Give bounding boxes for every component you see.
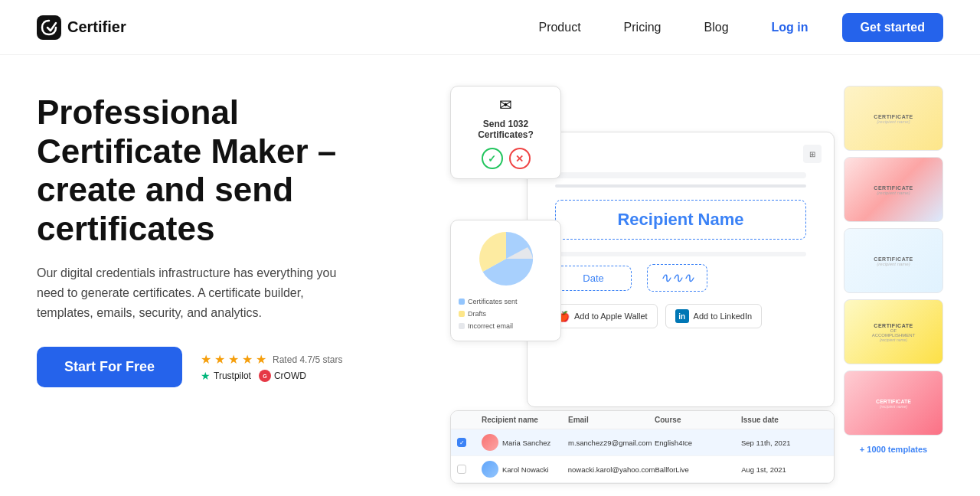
template1-recipient: {recipient name} bbox=[874, 119, 913, 123]
row2-date: Aug 1st, 2021 bbox=[741, 465, 828, 474]
start-for-free-button[interactable]: Start For Free bbox=[37, 347, 182, 387]
row1-course: English4Ice bbox=[655, 439, 741, 447]
stars-row: ★ ★ ★ ★ ★ Rated 4.7/5 stars bbox=[201, 352, 342, 367]
templates-count-label[interactable]: + 1000 templates bbox=[844, 442, 943, 457]
svg-rect-0 bbox=[37, 15, 61, 40]
row2-name-cell: Karol Nowacki bbox=[482, 461, 568, 478]
table-row[interactable]: ✓ Maria Sanchez m.sanchez29@gmail.com En… bbox=[451, 429, 834, 456]
navbar: Certifier Product Pricing Blog Log in Ge… bbox=[0, 0, 980, 55]
row2-course: BallforLive bbox=[655, 465, 741, 474]
linkedin-label: Add to LinkedIn bbox=[694, 312, 752, 321]
template1-title: Certificate bbox=[874, 113, 913, 119]
table-row[interactable]: Karol Nowacki nowacki.karol@yahoo.com Ba… bbox=[451, 456, 834, 483]
row1-checkbox[interactable]: ✓ bbox=[457, 438, 482, 447]
recipient-name-field[interactable]: Recipient Name bbox=[555, 200, 806, 240]
sent-dot bbox=[459, 299, 465, 305]
grid-icon[interactable]: ⊞ bbox=[803, 145, 822, 163]
template-card-2[interactable]: Certificate {recipient name} bbox=[844, 157, 943, 222]
nav-pricing[interactable]: Pricing bbox=[603, 15, 683, 41]
crowd-badge: G CrOWD bbox=[259, 370, 306, 382]
crowd-icon: G bbox=[259, 370, 271, 382]
legend-drafts: Drafts bbox=[459, 308, 553, 320]
template3-title: Certificate bbox=[874, 256, 913, 261]
star-2: ★ bbox=[214, 352, 225, 367]
star-5: ★ bbox=[256, 352, 266, 367]
incorrect-dot bbox=[459, 323, 465, 329]
template2-title: Certificate bbox=[874, 184, 913, 190]
template5-title: CERTIFICATE bbox=[876, 398, 911, 403]
nav-blog[interactable]: Blog bbox=[683, 15, 750, 41]
pie-widget: Certificates sent Drafts Incorrect email bbox=[450, 220, 561, 341]
trust-block: ★ ★ ★ ★ ★ Rated 4.7/5 stars ★ Trustpilot bbox=[201, 352, 342, 382]
cert-editor: ⊞ Recipient Name Date ∿∿∿ 🍎 Add to Apple… bbox=[527, 132, 835, 407]
template5-recipient: {recipient name} bbox=[876, 403, 911, 408]
template2-recipient: {recipient name} bbox=[874, 190, 913, 194]
confirm-button[interactable]: ✓ bbox=[482, 148, 503, 169]
send-dialog-text: Send 1032Certificates? bbox=[460, 119, 551, 140]
hero-right: ✉ Send 1032Certificates? ✓ ✕ ⊞ Recipient… bbox=[435, 86, 943, 484]
sent-label: Certificates sent bbox=[468, 295, 518, 308]
logo-text: Certifier bbox=[67, 18, 126, 36]
row2-name: Karol Nowacki bbox=[502, 465, 549, 474]
avatar-2 bbox=[482, 461, 498, 478]
linkedin-icon: in bbox=[675, 309, 689, 323]
trustpilot-icon: ★ bbox=[201, 370, 211, 382]
send-dialog: ✉ Send 1032Certificates? ✓ ✕ bbox=[450, 86, 561, 179]
logo[interactable]: Certifier bbox=[37, 15, 126, 40]
cta-row: Start For Free ★ ★ ★ ★ ★ Rated 4.7/5 sta… bbox=[37, 347, 404, 387]
star-3: ★ bbox=[228, 352, 239, 367]
nav-links: Product Pricing Blog Log in Get started bbox=[517, 13, 943, 42]
template-card-5[interactable]: CERTIFICATE {recipient name} bbox=[844, 370, 943, 436]
table-col-course: Course bbox=[655, 416, 741, 424]
legend-sent: Certificates sent bbox=[459, 295, 553, 308]
avatar-1 bbox=[482, 434, 498, 451]
table-col-checkbox bbox=[457, 416, 482, 424]
date-field[interactable]: Date bbox=[555, 266, 632, 291]
table-header: Recipient name Email Course Issue date bbox=[451, 411, 834, 429]
template4-title: CERTIFICATE bbox=[869, 322, 918, 328]
row1-date: Sep 11th, 2021 bbox=[741, 439, 828, 447]
star-1: ★ bbox=[201, 352, 211, 367]
get-started-button[interactable]: Get started bbox=[842, 13, 943, 42]
star-4: ★ bbox=[242, 352, 253, 367]
svg-text:G: G bbox=[263, 374, 267, 379]
table-col-name: Recipient name bbox=[482, 416, 568, 424]
template-card-3[interactable]: Certificate {recipient name} bbox=[844, 228, 943, 293]
drafts-dot bbox=[459, 311, 465, 317]
drafts-label: Drafts bbox=[468, 308, 486, 320]
template4-sub: OF ACCOMPLISHMENT bbox=[869, 328, 918, 337]
linkedin-button[interactable]: in Add to LinkedIn bbox=[665, 304, 762, 328]
rating-text: Rated 4.7/5 stars bbox=[273, 354, 342, 365]
cancel-send-button[interactable]: ✕ bbox=[509, 148, 531, 169]
template4-recipient: {recipient name} bbox=[869, 337, 918, 341]
incorrect-label: Incorrect email bbox=[468, 320, 513, 332]
row1-name: Maria Sanchez bbox=[502, 439, 550, 447]
apple-wallet-label: Add to Apple Wallet bbox=[574, 312, 648, 321]
cert-editor-toolbar: ⊞ bbox=[540, 145, 822, 163]
table-col-date: Issue date bbox=[741, 416, 828, 424]
cert-action-buttons: 🍎 Add to Apple Wallet in Add to LinkedIn bbox=[547, 304, 822, 328]
row1-email: m.sanchez29@gmail.com bbox=[568, 439, 655, 447]
template-card-4[interactable]: CERTIFICATE OF ACCOMPLISHMENT {recipient… bbox=[844, 299, 943, 364]
hero-section: Professional Certificate Maker – create … bbox=[0, 55, 980, 496]
row1-name-cell: Maria Sanchez bbox=[482, 434, 568, 451]
template-card-1[interactable]: Certificate {recipient name} bbox=[844, 86, 943, 151]
row2-checkbox[interactable] bbox=[457, 465, 482, 474]
nav-product[interactable]: Product bbox=[517, 15, 602, 41]
hero-title: Professional Certificate Maker – create … bbox=[37, 93, 404, 248]
send-dialog-buttons: ✓ ✕ bbox=[460, 148, 551, 169]
table-col-email: Email bbox=[568, 416, 655, 424]
template3-recipient: {recipient name} bbox=[874, 261, 913, 266]
apple-wallet-button[interactable]: 🍎 Add to Apple Wallet bbox=[547, 304, 658, 328]
ui-main: ✉ Send 1032Certificates? ✓ ✕ ⊞ Recipient… bbox=[435, 86, 835, 484]
nav-login[interactable]: Log in bbox=[750, 15, 830, 41]
crowd-label: CrOWD bbox=[274, 370, 306, 381]
pie-legend: Certificates sent Drafts Incorrect email bbox=[459, 295, 553, 333]
cert-bar-1 bbox=[555, 172, 806, 178]
send-dialog-icon: ✉ bbox=[460, 96, 551, 114]
cert-bar-3 bbox=[555, 252, 806, 256]
trustpilot-badge: ★ Trustpilot bbox=[201, 370, 251, 382]
trustpilot-label: Trustpilot bbox=[214, 370, 251, 381]
hero-left: Professional Certificate Maker – create … bbox=[37, 86, 404, 387]
legend-incorrect: Incorrect email bbox=[459, 320, 553, 332]
